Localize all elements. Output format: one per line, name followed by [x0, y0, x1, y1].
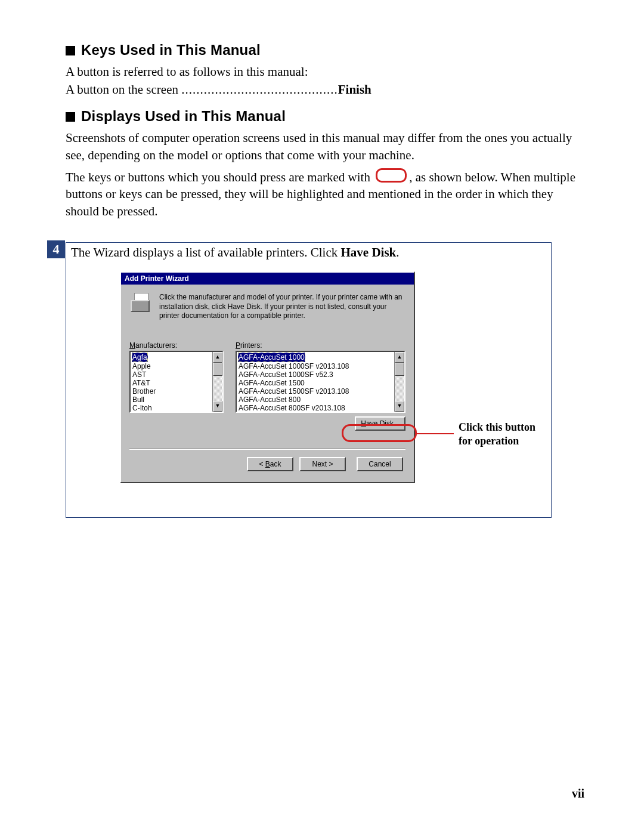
step-description: The Wizard displays a list of available … — [66, 243, 551, 260]
scroll-up-icon[interactable]: ▲ — [395, 352, 404, 363]
list-item[interactable]: AGFA-AccuSet 800 — [238, 396, 393, 404]
back-button[interactable]: < Back — [247, 457, 293, 471]
list-item[interactable]: AGFA-AccuSet 1000SF v2013.108 — [238, 362, 393, 370]
list-item[interactable]: AST — [132, 370, 211, 379]
printers-label: Printers: — [236, 341, 405, 350]
red-oval-marker-icon — [376, 168, 407, 183]
list-item[interactable]: AGFA-AccuSet 800SF v2013.108 — [238, 404, 393, 412]
add-printer-wizard-dialog: Add Printer Wizard Click the manufacture… — [120, 271, 415, 483]
list-item[interactable]: Agfa — [132, 353, 148, 362]
manufacturers-listbox[interactable]: Agfa Apple AST AT&T Brother Bull C-Itoh — [129, 351, 224, 413]
step-number-badge: 4 — [47, 240, 65, 258]
callout-text: Click this button for operation — [459, 421, 535, 449]
list-item[interactable]: AGFA-AccuSet 1500 — [238, 379, 393, 387]
dialog-titlebar: Add Printer Wizard — [121, 273, 414, 285]
list-item[interactable]: Bull — [132, 396, 211, 404]
next-button[interactable]: Next > — [299, 457, 346, 471]
section-heading-displays: Displays Used in This Manual — [66, 108, 584, 125]
section-heading-keys: Keys Used in This Manual — [66, 42, 584, 58]
scrollbar[interactable]: ▲ ▼ — [212, 352, 222, 412]
displays-paragraph-2: The keys or buttons which you should pre… — [66, 168, 584, 220]
have-disk-highlight-oval-icon — [342, 424, 417, 442]
separator — [129, 449, 405, 450]
bullet-square — [66, 112, 75, 122]
printer-icon — [129, 293, 152, 312]
scrollbar[interactable]: ▲ ▼ — [394, 352, 404, 412]
bullet-square — [66, 46, 75, 55]
scroll-thumb[interactable] — [213, 363, 222, 376]
list-item[interactable]: AGFA-AccuSet 1500SF v2013.108 — [238, 387, 393, 396]
list-item[interactable]: Brother — [132, 387, 211, 396]
list-item[interactable]: AGFA-AccuSet 1000SF v52.3 — [238, 370, 393, 379]
list-item[interactable]: AGFA-AccuSet 1000 — [238, 353, 305, 362]
list-item[interactable]: AT&T — [132, 379, 211, 387]
scroll-down-icon[interactable]: ▼ — [395, 401, 404, 412]
figure-frame: 4 The Wizard displays a list of availabl… — [66, 242, 552, 518]
scroll-down-icon[interactable]: ▼ — [213, 401, 222, 412]
keys-paragraph-1: A button is referred to as follows in th… — [66, 63, 584, 80]
callout-connector-line — [417, 433, 454, 434]
scroll-thumb[interactable] — [395, 363, 404, 376]
scroll-up-icon[interactable]: ▲ — [213, 352, 222, 363]
displays-paragraph-1: Screenshots of computer operation screen… — [66, 129, 584, 163]
list-item[interactable]: Apple — [132, 362, 211, 370]
page-number: vii — [572, 787, 584, 801]
cancel-button[interactable]: Cancel — [357, 457, 403, 471]
printers-listbox[interactable]: AGFA-AccuSet 1000 AGFA-AccuSet 1000SF v2… — [236, 351, 405, 413]
manufacturers-label: Manufacturers: — [129, 341, 224, 350]
button-example-line: A button on the screen .................… — [66, 82, 584, 97]
list-item[interactable]: C-Itoh — [132, 404, 211, 412]
dialog-instruction-text: Click the manufacturer and model of your… — [159, 293, 405, 321]
